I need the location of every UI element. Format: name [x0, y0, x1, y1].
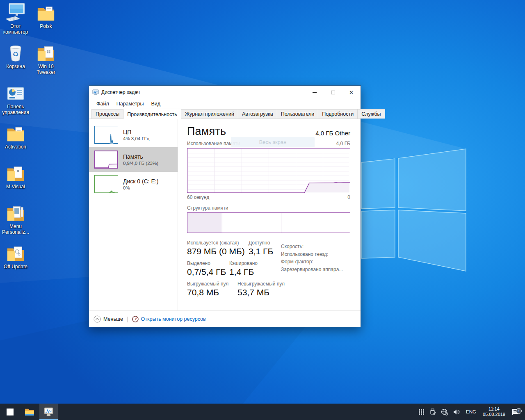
start-button[interactable]	[0, 404, 20, 420]
memory-composition-bar	[187, 212, 350, 233]
desktop-icon-poisk[interactable]: Poisk	[31, 2, 61, 29]
memory-total: 4,0 ГБ Other	[315, 130, 350, 138]
composition-used-segment	[187, 213, 222, 233]
folder-icon	[31, 43, 61, 62]
open-resource-monitor-label: Открыть монитор ресурсов	[141, 316, 206, 322]
safely-remove-hardware-button[interactable]	[427, 409, 438, 415]
svg-text:♻: ♻	[12, 50, 18, 58]
network-status-button[interactable]	[438, 409, 451, 415]
menu-options[interactable]: Параметры	[113, 100, 148, 108]
volume-button[interactable]	[451, 409, 463, 415]
desktop-icon-off-update[interactable]: Off Update	[1, 243, 30, 269]
tab-app-history[interactable]: Журнал приложений	[181, 109, 238, 119]
close-icon: ✕	[349, 90, 354, 95]
tab-startup[interactable]: Автозагрузка	[238, 109, 277, 119]
desktop-icon-label: Win 10 Tweaker	[31, 64, 61, 75]
show-hidden-icons-button[interactable]	[416, 409, 427, 415]
desktop-icon-win10-tweaker[interactable]: Win 10 Tweaker	[31, 43, 61, 75]
window-footer: Меньше | Открыть монитор ресурсов	[89, 310, 361, 327]
tab-services[interactable]: Службы	[357, 109, 385, 119]
desktop-icon-label: Poisk	[31, 23, 61, 29]
memory-usage-graph	[187, 148, 350, 193]
menu-bar: Файл Параметры Вид	[89, 99, 361, 109]
tab-details[interactable]: Подробности	[318, 109, 358, 119]
pane-title: Память	[187, 125, 226, 138]
sidebar-item-cpu[interactable]: ЦП 4% 3,04 ГГц	[89, 123, 178, 147]
resource-monitor-icon	[132, 316, 139, 322]
folder-icon	[1, 203, 30, 222]
maximize-icon	[331, 91, 335, 94]
stat-used-value: 879 МБ (0 МБ)	[187, 247, 249, 256]
fewer-details-label: Меньше	[103, 316, 123, 322]
tab-processes[interactable]: Процессы	[91, 109, 123, 119]
sidebar-item-name: ЦП	[123, 129, 149, 135]
folder-icon	[31, 2, 61, 22]
notification-badge: 1	[516, 408, 522, 414]
tab-users[interactable]: Пользователи	[277, 109, 319, 119]
performance-sidebar: ЦП 4% 3,04 ГГц Память 0,9/4,0 ГБ (23%) Д…	[89, 119, 178, 310]
disk-mini-chart	[94, 175, 118, 193]
desktop-icon-recycle-bin[interactable]: ♻ Корзина	[1, 43, 30, 69]
task-manager-taskbar-button[interactable]	[39, 404, 58, 420]
fullscreen-ghost-tooltip: Весь экран	[231, 137, 315, 147]
language-indicator[interactable]: ENG	[463, 409, 479, 414]
folder-icon	[1, 243, 30, 262]
titlebar[interactable]: Диспетчер задач ✕	[89, 86, 361, 99]
system-tray: ENG 11:14 05.08.2019 1	[416, 404, 525, 420]
performance-content: ЦП 4% 3,04 ГГц Память 0,9/4,0 ГБ (23%) Д…	[89, 119, 361, 310]
sidebar-item-memory[interactable]: Память 0,9/4,0 ГБ (23%)	[89, 147, 178, 172]
chevron-up-circle-icon	[94, 315, 101, 323]
desktop-icon-menu-personaliz[interactable]: Menu Personaliz...	[1, 203, 30, 235]
computer-icon	[1, 2, 30, 22]
stat-cached-label: Кэшировано	[229, 260, 258, 266]
time-axis-label: 60 секунд	[187, 194, 209, 200]
close-button[interactable]: ✕	[342, 86, 361, 99]
cpu-mini-chart	[94, 126, 118, 144]
stat-nonpaged-pool-label: Невыгружаемый пул	[237, 281, 285, 287]
stat-used-label: Используется (сжатая)	[187, 240, 249, 246]
menu-file[interactable]: Файл	[93, 100, 113, 108]
menu-view[interactable]: Вид	[147, 100, 164, 108]
fewer-details-button[interactable]: Меньше	[94, 315, 123, 323]
recycle-bin-icon: ♻	[1, 43, 30, 62]
desktop-icon-control-panel[interactable]: Панель управления	[1, 83, 30, 115]
tab-performance[interactable]: Производительность	[123, 109, 181, 119]
info-hardware-reserved: Зарезервировано аппара...	[281, 266, 343, 274]
file-explorer-button[interactable]	[20, 404, 39, 420]
memory-detail-pane: Весь экран Память 4,0 ГБ Other Использов…	[178, 119, 361, 310]
clock[interactable]: 11:14 05.08.2019	[479, 406, 509, 417]
globe-no-internet-icon	[441, 409, 448, 415]
desktop-icon-activation[interactable]: Activation	[1, 123, 30, 150]
task-manager-icon	[92, 89, 99, 96]
composition-label: Структура памяти	[187, 205, 350, 211]
info-slots-used: Использовано гнезд:	[281, 251, 343, 258]
window-title: Диспетчер задач	[101, 89, 140, 95]
windows-start-icon	[7, 409, 14, 415]
minimize-button[interactable]	[305, 86, 324, 99]
desktop-icon-mvisual[interactable]: M.Visual	[1, 163, 30, 189]
desktop-icon-label: Этот компьютер	[1, 23, 30, 35]
info-speed: Скорость:	[281, 243, 343, 251]
folder-icon	[1, 123, 30, 143]
open-resource-monitor-link[interactable]: Открыть монитор ресурсов	[132, 316, 206, 322]
tab-strip: Процессы Производительность Журнал прило…	[89, 109, 361, 119]
action-center-button[interactable]: 1	[509, 408, 523, 416]
stat-available-value: 3,1 ГБ	[249, 247, 273, 256]
stat-paged-pool-value: 70,8 МБ	[187, 288, 237, 297]
stat-committed-label: Выделено	[187, 260, 229, 266]
usb-eject-icon	[429, 409, 436, 415]
maximize-button[interactable]	[324, 86, 342, 99]
sidebar-item-detail: 0,9/4,0 ГБ (23%)	[123, 161, 158, 166]
memory-mini-chart	[94, 151, 118, 169]
footer-divider: |	[127, 316, 128, 322]
usage-graph-max: 4,0 ГБ	[336, 141, 350, 146]
desktop-icon-label: Off Update	[1, 264, 30, 269]
clock-time: 11:14	[483, 406, 505, 412]
sidebar-item-name: Память	[123, 153, 158, 160]
desktop-icon-label: Menu Personaliz...	[1, 224, 30, 235]
desktop-icon-label: Activation	[1, 144, 30, 150]
minimize-icon	[313, 92, 317, 93]
sidebar-item-disk0[interactable]: Диск 0 (C: E:) 0%	[89, 172, 178, 196]
desktop-icon-this-pc[interactable]: Этот компьютер	[1, 2, 30, 35]
desktop-icon-label: M.Visual	[1, 184, 30, 189]
